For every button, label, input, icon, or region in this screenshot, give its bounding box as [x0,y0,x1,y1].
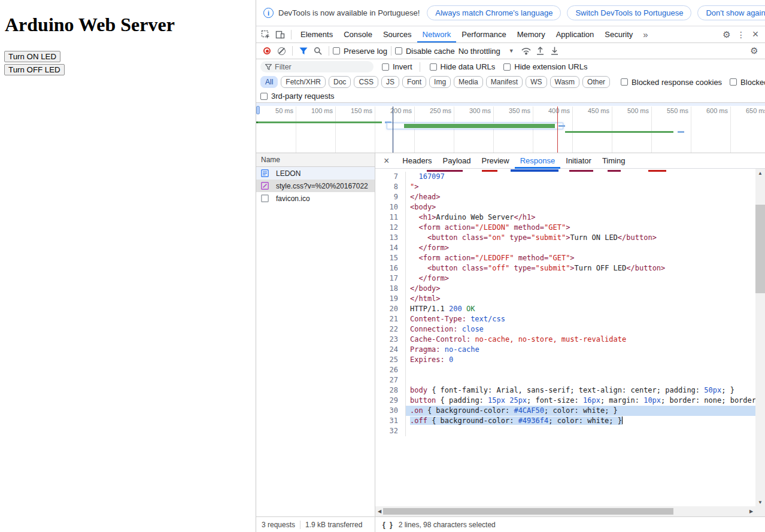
filter-input[interactable] [275,63,359,71]
line-number: 30 [375,406,405,416]
waterfall-end-tick [678,131,684,133]
import-har-icon[interactable] [533,44,548,58]
tab-performance[interactable]: Performance [456,26,511,42]
tab-network[interactable]: Network [417,26,457,42]
line-number: 23 [375,335,405,345]
selection-summary: { } 2 lines, 98 characters selected [375,521,496,529]
vertical-scroll-thumb[interactable] [755,205,765,293]
timeline-gridline [335,107,336,153]
chip-ws[interactable]: WS [526,76,547,88]
blocked-response-cookies-checkbox[interactable]: Blocked response cookies [621,78,722,87]
request-list-header[interactable]: Name [256,153,375,167]
settings-gear-icon[interactable]: ⚙ [720,28,734,42]
always-match-language-button[interactable]: Always match Chrome's language [427,5,561,20]
inspect-element-icon[interactable] [259,28,273,42]
search-icon[interactable] [311,44,325,58]
code-line-25: 25Expires: 0 [375,355,755,365]
tab-application[interactable]: Application [551,26,600,42]
response-tab-initiator[interactable]: Initiator [560,153,597,169]
timeline-tick-label: 400 ms [534,107,570,114]
waterfall-bar-row1[interactable] [258,121,382,123]
chip-fetch-xhr[interactable]: Fetch/XHR [281,76,326,88]
disable-cache-checkbox[interactable]: Disable cache [395,47,455,56]
chip-doc[interactable]: Doc [329,76,351,88]
request-detail-tabbar: × HeadersPayloadPreviewResponseInitiator… [375,153,765,169]
filter-pill[interactable] [260,61,374,72]
device-toolbar-icon[interactable] [273,28,287,42]
chip-wasm[interactable]: Wasm [550,76,580,88]
code-line-30: 30.on { background-color: #4CAF50; color… [375,406,755,416]
timeline-tick-label: 500 ms [613,107,649,114]
chip-js[interactable]: JS [381,76,399,88]
turn-on-led-button[interactable]: Turn ON LED [4,51,60,62]
request-row-style-css[interactable]: style.css?v=%20%20167022 [256,180,375,192]
network-settings-gear-icon[interactable]: ⚙ [747,44,761,58]
doc-icon [261,169,272,177]
line-number: 26 [375,365,405,375]
preserve-log-checkbox-box[interactable] [333,47,340,54]
devtools-language-infobar: i DevTools is now available in Portugues… [256,0,765,26]
chip-font[interactable]: Font [402,76,426,88]
more-tabs-icon[interactable]: » [638,29,652,39]
export-har-icon[interactable] [548,44,562,58]
code-line-11: 11 <h1>Arduino Web Server</h1> [375,212,755,223]
third-party-requests-checkbox[interactable]: 3rd-party requests [260,92,335,101]
response-tab-headers[interactable]: Headers [397,153,437,169]
throttling-select[interactable]: No throttling ▼ [459,47,514,56]
network-overview-timeline[interactable]: 50 ms100 ms150 ms200 ms250 ms300 ms350 m… [256,103,765,153]
response-tab-timing[interactable]: Timing [597,153,631,169]
response-horizontal-scrollbar[interactable]: ◀ ▶ [375,506,755,516]
close-detail-icon[interactable]: × [375,156,397,166]
code-text: 167097 [405,172,755,182]
blocked-requests-checkbox[interactable]: Blocked requests [730,78,765,87]
switch-to-portuguese-button[interactable]: Switch DevTools to Portuguese [567,5,691,20]
request-summary: 3 requests 1.9 kB transferred [256,517,375,532]
tab-console[interactable]: Console [338,26,378,42]
line-number: 12 [375,223,405,233]
tab-sources[interactable]: Sources [378,26,417,42]
waterfall-bar-row3[interactable] [565,131,673,133]
network-conditions-icon[interactable] [519,44,533,58]
tab-memory[interactable]: Memory [512,26,551,42]
line-number: 32 [375,426,405,436]
preserve-log-checkbox[interactable]: Preserve log [333,47,387,56]
request-row-ledon[interactable]: LEDON [256,167,375,180]
dont-show-again-button[interactable]: Don't show again [697,5,765,20]
turn-off-led-button[interactable]: Turn OFF LED [4,64,65,75]
tab-elements[interactable]: Elements [295,26,338,42]
scroll-up-icon[interactable]: ▲ [755,169,765,177]
response-tab-response[interactable]: Response [515,153,561,169]
response-tab-payload[interactable]: Payload [437,153,476,169]
record-network-log-icon[interactable] [260,44,274,58]
line-number: 22 [375,324,405,335]
timeline-tick-label: 450 ms [573,107,609,114]
horizontal-scroll-thumb[interactable] [383,508,673,515]
filter-funnel-icon[interactable] [296,44,311,58]
close-devtools-icon[interactable]: × [748,28,763,42]
chip-media[interactable]: Media [454,76,483,88]
chip-img[interactable]: Img [429,76,451,88]
disable-cache-checkbox-box[interactable] [395,47,402,54]
more-options-icon[interactable]: ⋮ [734,28,748,42]
chip-all[interactable]: All [260,76,278,88]
response-code-viewer[interactable]: 7 1670978">9</head>10<body>11 <h1>Arduin… [375,169,755,506]
chip-css[interactable]: CSS [354,76,378,88]
hide-data-urls-checkbox[interactable]: Hide data URLs [430,62,496,71]
scroll-right-icon[interactable]: ▶ [747,509,755,514]
chip-manifest[interactable]: Manifest [486,76,523,88]
tab-security[interactable]: Security [599,26,638,42]
request-row-favicon-ico[interactable]: favicon.ico [256,192,375,205]
response-vertical-scrollbar[interactable]: ▲ ▼ [755,169,765,506]
scroll-down-icon[interactable]: ▼ [755,498,765,506]
invert-checkbox[interactable]: Invert [382,62,412,71]
line-number: 29 [375,396,405,406]
chip-other[interactable]: Other [582,76,610,88]
response-tab-preview[interactable]: Preview [476,153,514,169]
scroll-left-icon[interactable]: ◀ [375,509,384,514]
code-text: .on { background-color: #4CAF50; color: … [405,406,755,416]
hide-extension-urls-checkbox[interactable]: Hide extension URLs [503,62,587,71]
response-body: 7 1670978">9</head>10<body>11 <h1>Arduin… [375,169,765,516]
code-text: </form> [405,273,755,284]
waterfall-bar-row2[interactable] [404,124,555,128]
clear-network-log-icon[interactable] [274,44,289,58]
